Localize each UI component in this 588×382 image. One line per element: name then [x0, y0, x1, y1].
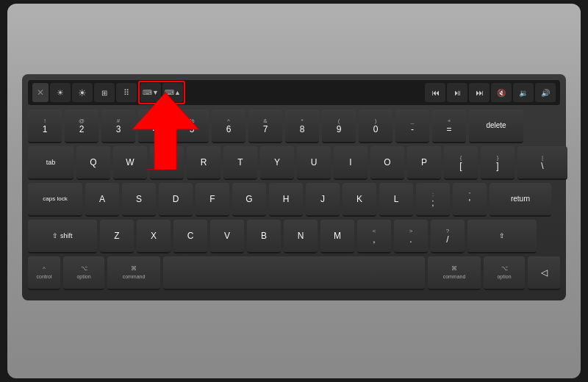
key-comma[interactable]: <, — [357, 220, 391, 253]
key-1[interactable]: !1 — [28, 109, 62, 143]
key-n[interactable]: N — [284, 220, 318, 253]
key-u[interactable]: U — [297, 146, 331, 180]
key-7[interactable]: &7 — [248, 109, 282, 143]
key-spacebar[interactable] — [163, 256, 425, 290]
tb-voldown-key[interactable]: 🔉 — [513, 83, 534, 102]
tb-kb-bright-up-key[interactable]: ⌨▲ — [162, 83, 183, 102]
key-6[interactable]: ^6 — [212, 109, 245, 143]
key-m[interactable]: M — [320, 220, 354, 253]
key-shift-right[interactable]: ⇧ — [467, 220, 537, 253]
key-j[interactable]: J — [306, 183, 340, 217]
key-option-left[interactable]: ⌥ option — [63, 256, 104, 290]
key-b[interactable]: B — [247, 220, 281, 253]
key-3[interactable]: #3 — [101, 109, 135, 143]
key-slash[interactable]: ?/ — [431, 220, 465, 253]
key-command-left[interactable]: ⌘ command — [107, 256, 160, 290]
key-o[interactable]: O — [370, 146, 404, 180]
tb-playpause-key[interactable]: ⏯ — [447, 83, 467, 102]
key-l[interactable]: L — [379, 183, 413, 217]
tb-mission-control-key[interactable]: ⊞ — [94, 83, 115, 102]
tb-launchpad-key[interactable]: ⠿ — [116, 83, 137, 102]
key-r[interactable]: R — [187, 146, 220, 180]
key-d[interactable]: D — [159, 183, 193, 217]
key-z[interactable]: Z — [100, 220, 134, 253]
zxcv-row: ⇧ shift Z X C V B N M <, >. — [28, 220, 560, 253]
keyboard-wrapper: ✕ ☀ ☀ ⊞ ⠿ ⌨▼ — [22, 74, 566, 300]
key-y[interactable]: Y — [260, 146, 294, 180]
key-w[interactable]: W — [113, 146, 147, 180]
key-caps-lock[interactable]: caps lock — [28, 183, 82, 217]
key-4[interactable]: $4 — [138, 109, 172, 143]
key-delete[interactable]: delete — [469, 109, 523, 143]
key-command-right[interactable]: ⌘ command — [428, 256, 481, 290]
key-g[interactable]: G — [232, 183, 266, 217]
tb-volup-key[interactable]: 🔊 — [535, 83, 556, 102]
key-bracket-right[interactable]: }] — [481, 146, 514, 180]
key-x[interactable]: X — [137, 220, 171, 253]
key-f[interactable]: F — [196, 183, 229, 217]
key-t[interactable]: T — [223, 146, 257, 180]
key-a[interactable]: A — [85, 183, 119, 217]
tb-mute-key[interactable]: 🔇 — [491, 83, 512, 102]
key-return-main[interactable]: return — [490, 183, 551, 217]
tb-rewind-key[interactable]: ⏮ — [425, 83, 445, 102]
key-e[interactable]: E — [150, 146, 184, 180]
qwerty-row: tab Q W E R T Y U I O P {[ }] — [28, 146, 560, 180]
key-quote[interactable]: "' — [453, 183, 487, 217]
key-v[interactable]: V — [210, 220, 244, 253]
key-arrow-left[interactable]: ◁ — [528, 256, 560, 290]
tb-kb-bright-down-key[interactable]: ⌨▼ — [140, 83, 161, 102]
key-bracket-left[interactable]: {[ — [444, 146, 478, 180]
tb-brightness2-key[interactable]: ☀ — [72, 83, 93, 102]
key-tab[interactable]: tab — [28, 146, 74, 180]
modifier-row: ^ control ⌥ option ⌘ command ⌘ — [28, 256, 560, 290]
number-row: !1 @2 #3 $4 %5 ^6 — [28, 109, 560, 143]
key-p[interactable]: P — [407, 146, 441, 180]
tb-brightness-key[interactable]: ☀ — [50, 83, 71, 102]
key-9[interactable]: (9 — [322, 109, 356, 143]
main-keyboard: !1 @2 #3 $4 %5 ^6 — [28, 109, 560, 290]
key-0[interactable]: )0 — [359, 109, 392, 143]
key-semicolon[interactable]: :; — [416, 183, 450, 217]
key-8[interactable]: *8 — [285, 109, 319, 143]
key-equals[interactable]: += — [432, 109, 466, 143]
tb-fastforward-key[interactable]: ⏭ — [469, 83, 490, 102]
touch-bar: ✕ ☀ ☀ ⊞ ⠿ ⌨▼ — [28, 80, 560, 105]
key-c[interactable]: C — [173, 220, 207, 253]
key-h[interactable]: H — [269, 183, 303, 217]
tb-escape-key[interactable]: ✕ — [32, 83, 49, 102]
asdf-row: caps lock A S D F G H J K L :; "' — [28, 183, 560, 217]
keyboard-area: ✕ ☀ ☀ ⊞ ⠿ ⌨▼ — [22, 74, 566, 300]
key-s[interactable]: S — [122, 183, 156, 217]
key-return[interactable]: |\ — [517, 146, 567, 180]
key-fn[interactable]: ^ control — [28, 256, 60, 290]
key-i[interactable]: I — [334, 146, 368, 180]
key-5[interactable]: %5 — [175, 109, 209, 143]
laptop-body: ✕ ☀ ☀ ⊞ ⠿ ⌨▼ — [7, 4, 581, 378]
key-period[interactable]: >. — [394, 220, 428, 253]
tb-keyboard-brightness-highlight: ⌨▼ ⌨▲ — [138, 81, 185, 104]
key-option-right[interactable]: ⌥ option — [484, 256, 525, 290]
key-2[interactable]: @2 — [65, 109, 98, 143]
key-minus[interactable]: _- — [395, 109, 429, 143]
key-k[interactable]: K — [343, 183, 376, 217]
key-q[interactable]: Q — [76, 146, 110, 180]
key-shift-left[interactable]: ⇧ shift — [28, 220, 97, 253]
